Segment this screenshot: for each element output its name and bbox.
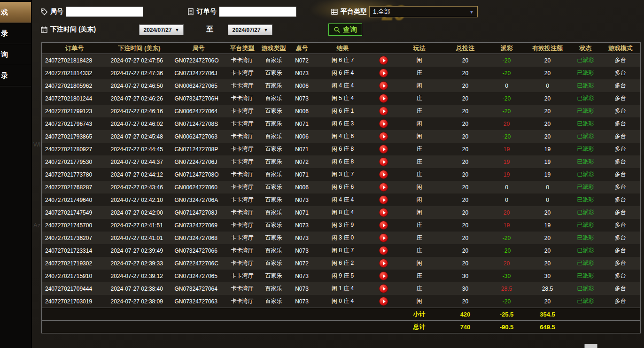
cell-order-no: 240727021805962 [42,79,108,92]
cell-round-no: GN00624727063 [171,130,226,143]
cell-bet-time: 2024-07-27 02:38:09 [108,295,171,308]
cell-platform: 卡卡湾厅 [226,193,259,206]
cell-total-bet: 20 [442,79,489,92]
cell-video [371,67,397,79]
date-to-picker[interactable]: 2024/07/27 ▼ [228,24,272,35]
play-video-icon[interactable] [379,221,388,230]
play-video-icon[interactable] [379,56,388,65]
cell-mode: 多台 [601,168,641,181]
bet-time-label: 下注时间 (美东) [50,25,96,34]
play-video-icon[interactable] [379,170,388,179]
cell-video [371,105,397,117]
subtotal-valid-bet: 354.5 [525,308,571,321]
cell-platform: 卡卡湾厅 [226,257,259,270]
cell-table-no: N006 [289,79,315,92]
total-label: 总计 [397,321,442,333]
column-header-total-bet: 总投注 [442,43,489,54]
total-valid-bet: 649.5 [525,321,571,333]
cell-valid-bet: 20 [525,295,571,308]
cell-order-no: 240727021703019 [42,295,108,308]
cell-round-no: GN07324727068 [171,232,226,244]
column-header-round-no: 局号 [171,43,226,54]
cell-play: 闲 [397,181,442,193]
cell-bet-time: 2024-07-27 02:39:33 [108,257,171,270]
calendar-icon [40,26,48,33]
cell-valid-bet: 20 [525,105,571,117]
main-panel: 20 Will Aziz 局号 订单号 [32,0,644,348]
cell-table-no: N073 [289,282,315,295]
play-video-icon[interactable] [379,107,388,116]
sidebar-item-record-2[interactable]: 录 [0,65,31,86]
cell-platform: 卡卡湾厅 [226,282,259,295]
play-video-icon[interactable] [379,297,388,306]
cell-game-type: 百家乐 [259,130,289,143]
search-button[interactable]: 查询 [328,23,362,36]
platform-type-select[interactable]: 1.全部 ▼ [369,6,478,17]
play-video-icon[interactable] [379,69,388,77]
cell-table-no: N071 [289,206,315,219]
table-header-row: 订单号 下注时间 (美东) 局号 平台类型 游戏类型 桌号 结果 玩法 总投注 … [42,43,641,54]
date-from-picker[interactable]: 2024/07/27 ▼ [139,24,184,35]
play-video-icon[interactable] [379,284,388,293]
play-video-icon[interactable] [379,145,388,154]
cell-valid-bet: 30 [525,270,571,282]
cell-status: 已派彩 [571,105,601,117]
play-video-icon[interactable] [379,246,388,255]
cell-order-no: 240727021773780 [42,168,108,181]
cell-game-type: 百家乐 [259,193,289,206]
play-video-icon[interactable] [379,271,388,280]
cell-round-no: GN0712472708P [171,143,226,155]
cell-table-no: N073 [289,193,315,206]
pagination-partial[interactable] [584,344,597,348]
cell-total-bet: 20 [442,117,489,130]
cell-bet-time: 2024-07-27 02:47:36 [108,67,171,79]
cell-bet-time: 2024-07-27 02:43:46 [108,181,171,193]
total-payout: -90.5 [489,321,525,333]
cell-round-no: GN0722472706J [171,155,226,168]
cell-status: 已派彩 [571,130,601,143]
cell-payout: -20 [489,92,525,105]
play-video-icon[interactable] [379,119,388,128]
cell-order-no: 240727021779530 [42,155,108,168]
table-row: 240727021703019 2024-07-27 02:38:09 GN07… [42,295,641,308]
play-video-icon[interactable] [379,132,388,141]
cell-video [371,193,397,206]
play-video-icon[interactable] [379,208,388,217]
sidebar-item-record-1[interactable]: 录 [0,23,31,44]
cell-table-no: N006 [289,130,315,143]
table-row: 240727021715910 2024-07-27 02:39:12 GN07… [42,270,641,282]
cell-video [371,92,397,105]
cell-valid-bet: 0 [525,181,571,193]
cell-total-bet: 20 [442,219,489,232]
cell-status: 已派彩 [571,79,601,92]
cell-platform: 卡卡湾厅 [226,168,259,181]
cell-bet-time: 2024-07-27 02:45:48 [108,130,171,143]
play-video-icon[interactable] [379,233,388,242]
play-video-icon[interactable] [379,195,388,204]
document-icon [187,8,194,15]
cell-result: 闲 1 庄 4 [315,282,371,295]
play-video-icon[interactable] [379,81,388,90]
cell-order-no: 240727021814332 [42,67,108,79]
column-header-platform: 平台类型 [226,43,259,54]
cell-play: 闲 [397,130,442,143]
cell-round-no: GN07324727066 [171,244,226,257]
cell-play: 庄 [397,92,442,105]
play-video-icon[interactable] [379,259,388,268]
column-header-valid-bet: 有效投注额 [525,43,571,54]
platform-type-label: 平台类型 [341,8,367,16]
cell-valid-bet: 0 [525,193,571,206]
cell-round-no: GN0722472706O [171,54,226,67]
cell-video [371,270,397,282]
play-video-icon[interactable] [379,94,388,103]
cell-payout: 19 [489,168,525,181]
table-row: 240727021814332 2024-07-27 02:47:36 GN07… [42,67,641,79]
sidebar-item-query[interactable]: 询 [0,44,31,65]
play-video-icon[interactable] [379,183,388,192]
play-video-icon[interactable] [379,157,388,166]
round-no-input[interactable] [66,7,143,17]
sidebar-item-game[interactable]: 戏 [0,2,31,23]
order-no-input[interactable] [219,7,296,17]
cell-mode: 多台 [601,270,641,282]
cell-payout: 19 [489,143,525,155]
